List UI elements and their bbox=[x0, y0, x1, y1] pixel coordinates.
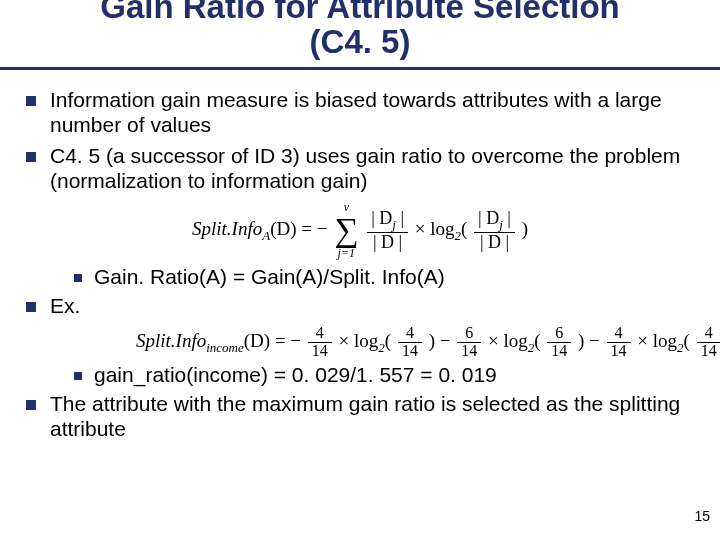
page-number: 15 bbox=[694, 508, 710, 524]
m2-num-a: | D bbox=[478, 208, 499, 228]
ex-frac-2: 6 14 bbox=[457, 325, 481, 360]
m-open: ( bbox=[461, 218, 467, 239]
title-line1: Gain Ratio for Attribute Selection bbox=[100, 0, 619, 25]
bullet-3a-text: gain_ratio(income) = 0. 029/1. 557 = 0. … bbox=[94, 363, 694, 388]
sigma-sign: ∑ bbox=[334, 213, 358, 247]
slide: Gain Ratio for Attribute Selection (C4. … bbox=[0, 0, 720, 530]
ex-c2: ) bbox=[578, 330, 584, 351]
ef3d: 14 bbox=[607, 343, 631, 360]
frac2-num: | Dj | bbox=[474, 209, 515, 231]
m-log: × log bbox=[415, 218, 455, 239]
formula-splitinfo: Split.InfoA(D) = − v ∑ j=1 | Dj | | D | … bbox=[26, 201, 694, 259]
bullet-1: Information gain measure is biased towar… bbox=[26, 88, 694, 138]
bullet-4: The attribute with the maximum gain rati… bbox=[26, 392, 694, 442]
m-close: ) bbox=[522, 218, 528, 239]
ef1bn: 4 bbox=[402, 325, 418, 342]
ex-o2: ( bbox=[534, 330, 540, 351]
square-bullet-icon bbox=[26, 152, 36, 162]
ex-fn: Split.Info bbox=[136, 330, 206, 351]
ex-frac-1: 4 14 bbox=[308, 325, 332, 360]
square-bullet-icon bbox=[74, 274, 82, 282]
ex-frac-3: 4 14 bbox=[607, 325, 631, 360]
slide-body: Information gain measure is biased towar… bbox=[0, 78, 720, 441]
bullet-2: C4. 5 (a successor of ID 3) uses gain ra… bbox=[26, 144, 694, 194]
ex-o3: ( bbox=[684, 330, 690, 351]
ef2bn: 6 bbox=[551, 325, 567, 342]
square-bullet-icon bbox=[26, 302, 36, 312]
ex-arg: (D) = − bbox=[244, 330, 301, 351]
ef1d: 14 bbox=[308, 343, 332, 360]
ex-log1: × log bbox=[339, 330, 379, 351]
formula-example: Split.Infoincome(D) = − 4 14 × log2( 4 1… bbox=[136, 325, 694, 360]
ex-c1: ) bbox=[429, 330, 435, 351]
ef1bd: 14 bbox=[398, 343, 422, 360]
bullet-2-text: C4. 5 (a successor of ID 3) uses gain ra… bbox=[50, 144, 694, 194]
square-bullet-icon bbox=[26, 96, 36, 106]
ex-frac-2b: 6 14 bbox=[547, 325, 571, 360]
bullet-1-text: Information gain measure is biased towar… bbox=[50, 88, 694, 138]
ef3bn: 4 bbox=[701, 325, 717, 342]
ex-log3: × log bbox=[637, 330, 677, 351]
ef3bd: 14 bbox=[697, 343, 720, 360]
frac-den: | D | bbox=[369, 233, 406, 252]
sigma-icon: v ∑ j=1 bbox=[334, 201, 358, 259]
ex-sub: income bbox=[206, 339, 244, 354]
bullet-4-text: The attribute with the maximum gain rati… bbox=[50, 392, 694, 442]
bullet-2a: Gain. Ratio(A) = Gain(A)/Split. Info(A) bbox=[74, 265, 694, 290]
ex-o1: ( bbox=[385, 330, 391, 351]
ef3n: 4 bbox=[611, 325, 627, 342]
square-bullet-icon bbox=[26, 400, 36, 410]
bullet-2a-text: Gain. Ratio(A) = Gain(A)/Split. Info(A) bbox=[94, 265, 694, 290]
ex-log2: × log bbox=[488, 330, 528, 351]
ex-minus2: − bbox=[589, 330, 604, 351]
ef2d: 14 bbox=[457, 343, 481, 360]
bullet-3a: gain_ratio(income) = 0. 029/1. 557 = 0. … bbox=[74, 363, 694, 388]
m-num-b: | bbox=[396, 208, 404, 228]
formula-splitinfo-math: Split.InfoA(D) = − v ∑ j=1 | Dj | | D | … bbox=[192, 218, 528, 239]
ef1n: 4 bbox=[312, 325, 328, 342]
formula-example-math: Split.Infoincome(D) = − 4 14 × log2( 4 1… bbox=[136, 330, 720, 351]
m-num-a: | D bbox=[371, 208, 392, 228]
ex-frac-1b: 4 14 bbox=[398, 325, 422, 360]
ex-frac-3b: 4 14 bbox=[697, 325, 720, 360]
slide-title: Gain Ratio for Attribute Selection (C4. … bbox=[0, 0, 720, 65]
frac2-den: | D | bbox=[476, 233, 513, 252]
title-line2: (C4. 5) bbox=[40, 25, 680, 60]
sigma-lower: j=1 bbox=[338, 247, 355, 259]
title-rule bbox=[0, 67, 720, 70]
square-bullet-icon bbox=[74, 372, 82, 380]
m2-num-b: | bbox=[503, 208, 511, 228]
ex-minus1: − bbox=[440, 330, 455, 351]
ef2n: 6 bbox=[461, 325, 477, 342]
frac-num: | Dj | bbox=[367, 209, 408, 231]
bullet-3: Ex. bbox=[26, 294, 694, 319]
bullet-3-text: Ex. bbox=[50, 294, 694, 319]
m-fn: Split.Info bbox=[192, 218, 262, 239]
m-sub: A bbox=[262, 228, 270, 243]
ef2bd: 14 bbox=[547, 343, 571, 360]
fraction-1: | Dj | | D | bbox=[367, 209, 408, 251]
m-arg: (D) = − bbox=[270, 218, 327, 239]
fraction-2: | Dj | | D | bbox=[474, 209, 515, 251]
